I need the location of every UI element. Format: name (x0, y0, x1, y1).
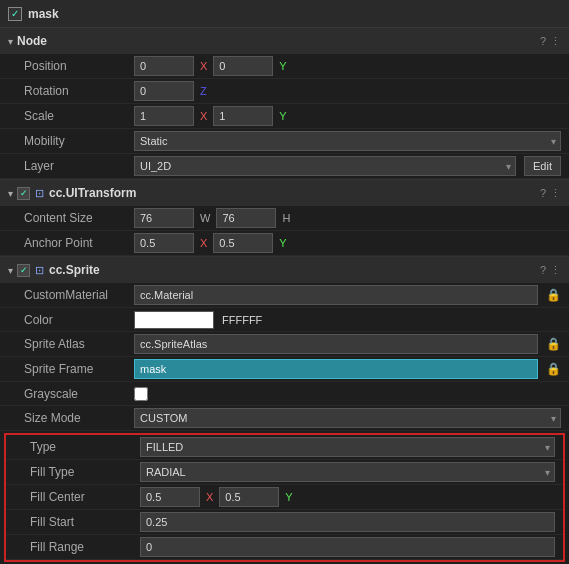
sprite-checkbox[interactable]: ✓ (17, 264, 30, 277)
type-select[interactable]: FILLED (140, 437, 555, 457)
content-size-label: Content Size (24, 211, 134, 225)
content-size-row: Content Size W H (0, 206, 569, 231)
sprite-dots-icon[interactable]: ⋮ (550, 264, 561, 277)
size-mode-select[interactable]: CUSTOM (134, 408, 561, 428)
scale-x-input[interactable] (134, 106, 194, 126)
mobility-label: Mobility (24, 134, 134, 148)
node-section-title: Node (17, 34, 536, 48)
fill-start-input[interactable] (140, 512, 555, 532)
sprite-atlas-label: Sprite Atlas (24, 337, 134, 351)
sprite-section: ▾ ✓ ⊡ cc.Sprite ? ⋮ CustomMaterial 🔒 Col… (0, 257, 569, 564)
sprite-frame-input[interactable] (134, 359, 538, 379)
uitransform-section: ▾ ✓ ⊡ cc.UITransform ? ⋮ Content Size W … (0, 180, 569, 257)
color-label: Color (24, 313, 134, 327)
uitransform-checkbox[interactable]: ✓ (17, 187, 30, 200)
mobility-value: Static (134, 131, 561, 151)
position-x-axis: X (200, 60, 207, 72)
fill-center-x-axis: X (206, 491, 213, 503)
anchor-point-label: Anchor Point (24, 236, 134, 250)
content-size-w-input[interactable] (134, 208, 194, 228)
custom-material-input[interactable] (134, 285, 538, 305)
mobility-select[interactable]: Static (134, 131, 561, 151)
size-mode-row: Size Mode CUSTOM (0, 406, 569, 431)
fill-type-select[interactable]: RADIAL (140, 462, 555, 482)
position-y-input[interactable] (213, 56, 273, 76)
fill-start-row: Fill Start (6, 510, 563, 535)
color-hex-text: FFFFFF (222, 314, 262, 326)
uitransform-dots-icon[interactable]: ⋮ (550, 187, 561, 200)
anchor-point-row: Anchor Point X Y (0, 231, 569, 256)
rotation-label: Rotation (24, 84, 134, 98)
fill-start-value (140, 512, 555, 532)
uitransform-title: cc.UITransform (49, 186, 536, 200)
fill-start-label: Fill Start (30, 515, 140, 529)
custom-material-value: 🔒 (134, 285, 561, 305)
sprite-frame-value: 🔒 (134, 359, 561, 379)
sprite-atlas-row: Sprite Atlas 🔒 (0, 332, 569, 357)
highlighted-group: Type FILLED Fill Type RADIAL (4, 433, 565, 562)
mobility-select-wrapper: Static (134, 131, 561, 151)
content-size-h-axis: H (282, 212, 290, 224)
fill-type-select-wrapper: RADIAL (140, 462, 555, 482)
node-section-header[interactable]: ▾ Node ? ⋮ (0, 28, 569, 54)
fill-range-label: Fill Range (30, 540, 140, 554)
anchor-point-y-axis: Y (279, 237, 286, 249)
fill-type-row: Fill Type RADIAL (6, 460, 563, 485)
type-label: Type (30, 440, 140, 454)
sprite-atlas-input[interactable] (134, 334, 538, 354)
position-x-input[interactable] (134, 56, 194, 76)
layer-edit-button[interactable]: Edit (524, 156, 561, 176)
fill-center-y-input[interactable] (219, 487, 279, 507)
sprite-atlas-lock-icon: 🔒 (546, 337, 561, 351)
fill-center-row: Fill Center X Y (6, 485, 563, 510)
scale-x-axis: X (200, 110, 207, 122)
layer-label: Layer (24, 159, 134, 173)
fill-center-value: X Y (140, 487, 555, 507)
header-checkbox[interactable]: ✓ (8, 7, 22, 21)
sprite-title: cc.Sprite (49, 263, 536, 277)
type-row: Type FILLED (6, 435, 563, 460)
rotation-z-input[interactable] (134, 81, 194, 101)
fill-range-input[interactable] (140, 537, 555, 557)
sprite-atlas-value: 🔒 (134, 334, 561, 354)
layer-row: Layer UI_2D Edit (0, 154, 569, 179)
rotation-z-axis: Z (200, 85, 207, 97)
anchor-point-x-input[interactable] (134, 233, 194, 253)
scale-y-input[interactable] (213, 106, 273, 126)
scale-y-axis: Y (279, 110, 286, 122)
content-size-w-axis: W (200, 212, 210, 224)
type-value: FILLED (140, 437, 555, 457)
content-size-value: W H (134, 208, 561, 228)
uitransform-arrow-icon: ▾ (8, 188, 13, 199)
node-name: mask (28, 7, 59, 21)
uitransform-icon: ⊡ (35, 187, 44, 200)
position-y-axis: Y (279, 60, 286, 72)
sprite-help-icon[interactable]: ? (540, 264, 546, 276)
fill-type-label: Fill Type (30, 465, 140, 479)
sprite-section-header[interactable]: ▾ ✓ ⊡ cc.Sprite ? ⋮ (0, 257, 569, 283)
node-arrow-icon: ▾ (8, 36, 13, 47)
sprite-frame-lock-icon: 🔒 (546, 362, 561, 376)
color-swatch[interactable] (134, 311, 214, 329)
rotation-row: Rotation Z (0, 79, 569, 104)
color-value: FFFFFF (134, 311, 561, 329)
position-label: Position (24, 59, 134, 73)
content-size-h-input[interactable] (216, 208, 276, 228)
size-mode-select-wrapper: CUSTOM (134, 408, 561, 428)
grayscale-checkbox[interactable] (134, 387, 148, 401)
fill-center-x-input[interactable] (140, 487, 200, 507)
grayscale-row: Grayscale (0, 382, 569, 406)
node-dots-icon[interactable]: ⋮ (550, 35, 561, 48)
layer-select[interactable]: UI_2D (134, 156, 516, 176)
size-mode-label: Size Mode (24, 411, 134, 425)
sprite-icon: ⊡ (35, 264, 44, 277)
node-help-icon[interactable]: ? (540, 35, 546, 47)
grayscale-value (134, 387, 561, 401)
uitransform-section-header[interactable]: ▾ ✓ ⊡ cc.UITransform ? ⋮ (0, 180, 569, 206)
anchor-point-x-axis: X (200, 237, 207, 249)
anchor-point-y-input[interactable] (213, 233, 273, 253)
fill-type-value: RADIAL (140, 462, 555, 482)
scale-label: Scale (24, 109, 134, 123)
uitransform-help-icon[interactable]: ? (540, 187, 546, 199)
fill-range-value (140, 537, 555, 557)
